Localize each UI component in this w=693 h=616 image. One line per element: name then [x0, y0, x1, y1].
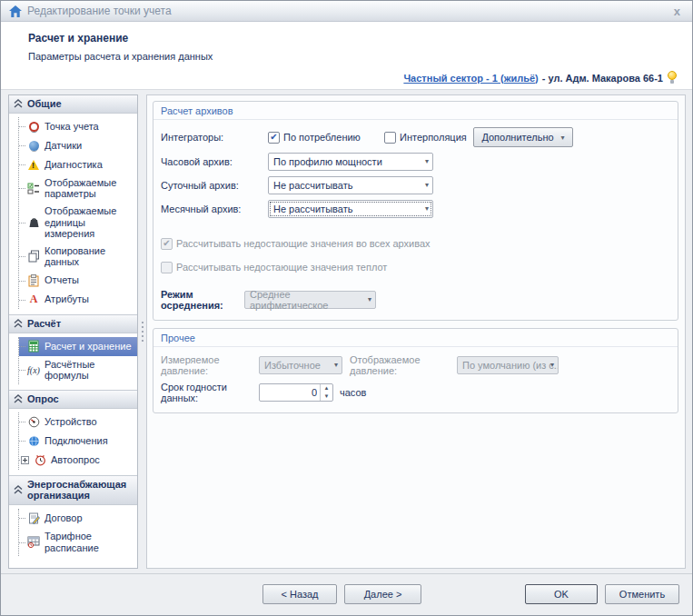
- measured-pressure-select: Избыточное ▾: [259, 356, 342, 374]
- calc-missing-heat-label: Рассчитывать недостающие значения теплот: [176, 262, 387, 273]
- section-label: Энергоснабжающая организация: [27, 479, 133, 502]
- shelf-life-units-label: часов: [340, 387, 366, 398]
- shelf-life-row: Срок годности данных: ▲ ▼ часов: [161, 382, 670, 403]
- sidebar-section-general[interactable]: Общие: [9, 95, 137, 114]
- page-header: Расчет и хранение Параметры расчета и хр…: [1, 22, 692, 90]
- spin-up-icon[interactable]: ▲: [321, 384, 332, 392]
- cancel-button[interactable]: Отменить: [605, 584, 679, 604]
- collapse-chevron-icon: [14, 394, 23, 403]
- sidebar-splitter[interactable]: [138, 94, 146, 569]
- by-consumption-checkbox[interactable]: [268, 132, 280, 144]
- page-subtitle: Параметры расчета и хранения данных: [28, 51, 213, 62]
- title-bar[interactable]: Редактирование точки учета x: [1, 1, 692, 22]
- sidebar-item-metering-point[interactable]: Точка учета: [19, 117, 137, 136]
- chevron-down-icon: ▾: [425, 204, 429, 213]
- shelf-life-input[interactable]: [260, 384, 320, 401]
- monthly-archive-label: Месячный архив:: [161, 204, 268, 214]
- sidebar-item-sensors[interactable]: Датчики: [19, 136, 137, 155]
- calc-missing-heat-row: Рассчитывать недостающие значения теплот: [161, 258, 670, 276]
- copy-data-icon: [26, 250, 41, 263]
- sidebar-item-connections[interactable]: Подключения: [19, 432, 137, 451]
- displayed-pressure-select: По умолчанию (из с... ▾: [457, 356, 559, 374]
- sidebar-item-reports[interactable]: Отчеты: [19, 271, 137, 290]
- hourly-archive-select[interactable]: По профилю мощности ▾: [268, 153, 433, 171]
- monthly-archive-row: Месячный архив: Не рассчитывать ▾: [161, 200, 670, 218]
- group-other-title: Прочее: [153, 329, 678, 347]
- collapse-chevron-icon: [14, 485, 23, 494]
- sidebar-section-calculation[interactable]: Расчёт: [9, 314, 137, 333]
- sidebar-item-display-params[interactable]: Отображаемые параметры: [19, 174, 137, 203]
- ok-button[interactable]: OK: [525, 584, 598, 604]
- by-consumption-checkbox-wrap: По потреблению: [268, 132, 384, 144]
- sidebar-item-display-units[interactable]: Отображаемые единицы измерения: [19, 203, 137, 243]
- display-params-icon: [26, 182, 41, 195]
- hourly-archive-label: Часовой архив:: [161, 156, 268, 167]
- monthly-archive-select[interactable]: Не рассчитывать ▾: [268, 200, 433, 218]
- close-icon[interactable]: x: [670, 5, 684, 18]
- pressure-row: Измеряемое давление: Избыточное ▾ Отобра…: [161, 354, 670, 376]
- dialog-footer: < Назад Далее > OK Отменить: [1, 573, 692, 616]
- chevron-down-icon: ▾: [425, 181, 429, 189]
- expand-plus-icon[interactable]: [21, 456, 29, 464]
- sidebar-item-autopoll[interactable]: Автоопрос: [19, 451, 137, 470]
- interpolation-checkbox[interactable]: [384, 132, 396, 144]
- back-button[interactable]: < Назад: [262, 584, 337, 604]
- metering-point-icon: [26, 120, 41, 134]
- calc-missing-heat-checkbox: [161, 262, 173, 273]
- navigation-sidebar: Общие Точка учета Датчики Диагностика От…: [8, 94, 138, 569]
- contract-icon: [26, 512, 41, 525]
- daily-archive-select[interactable]: Не рассчитывать ▾: [268, 176, 433, 194]
- calc-missing-all-checkbox: [161, 238, 173, 250]
- formulas-icon: f(x): [26, 363, 41, 377]
- home-icon: [9, 5, 22, 17]
- sidebar-section-energy-org[interactable]: Энергоснабжающая организация: [9, 475, 137, 505]
- reports-icon: [26, 273, 41, 287]
- lightbulb-icon: [667, 71, 678, 84]
- additional-button[interactable]: Дополнительно ▾: [473, 127, 573, 147]
- chevron-down-icon: ▾: [550, 361, 554, 369]
- connections-icon: [26, 434, 41, 448]
- object-breadcrumb: Частный сектор - 1 (жильё) - ул. Адм. Ма…: [403, 71, 678, 84]
- shelf-life-label: Срок годности данных:: [161, 382, 259, 403]
- sidebar-item-formulas[interactable]: f(x) Расчётные формулы: [19, 356, 137, 384]
- page-title: Расчет и хранение: [28, 32, 128, 45]
- sidebar-item-copy-data[interactable]: Копирование данных: [19, 243, 137, 271]
- interpolation-checkbox-wrap: Интерполяция: [384, 132, 462, 144]
- collapse-chevron-icon: [14, 99, 23, 108]
- units-icon: [26, 215, 41, 229]
- edit-metering-point-dialog: Редактирование точки учета x Расчет и хр…: [0, 0, 693, 616]
- chevron-down-icon: ▾: [334, 361, 338, 369]
- shelf-life-spinner: ▲ ▼: [259, 383, 333, 402]
- section-label: Общие: [27, 98, 62, 110]
- averaging-row: Режим осреднения: Среднее арифметическое…: [161, 289, 670, 311]
- by-consumption-label: По потреблению: [283, 132, 361, 143]
- interpolation-label: Интерполяция: [400, 132, 467, 143]
- group-other: Прочее Измеряемое давление: Избыточное ▾…: [153, 328, 678, 413]
- sidebar-item-tariff-schedule[interactable]: Тарифное расписание: [19, 528, 137, 556]
- integrators-label: Интеграторы:: [161, 132, 268, 143]
- device-icon: [26, 415, 41, 429]
- sidebar-item-diagnostics[interactable]: Диагностика: [19, 155, 137, 174]
- next-button[interactable]: Далее >: [344, 584, 421, 604]
- sidebar-item-contract[interactable]: Договор: [19, 509, 137, 528]
- group-archives: Расчет архивов Интеграторы: По потреблен…: [153, 101, 678, 321]
- sidebar-item-calc-storage[interactable]: Расчет и хранение: [19, 337, 137, 356]
- section-label: Опрос: [27, 393, 59, 405]
- object-link[interactable]: Частный сектор - 1 (жильё): [403, 73, 538, 84]
- spin-down-icon[interactable]: ▼: [321, 392, 332, 401]
- group-archives-title: Расчет архивов: [153, 102, 678, 120]
- sidebar-section-polling[interactable]: Опрос: [9, 390, 137, 409]
- autopoll-icon: [33, 453, 47, 467]
- calc-missing-all-row: Рассчитывать недостающие значения во все…: [161, 234, 670, 253]
- sidebar-item-device[interactable]: Устройство: [19, 412, 137, 432]
- calc-missing-all-label: Рассчитывать недостающие значения во все…: [176, 238, 431, 249]
- section-label: Расчёт: [27, 318, 61, 330]
- daily-archive-label: Суточный архив:: [161, 180, 268, 191]
- diagnostics-icon: [26, 158, 41, 172]
- integrators-row: Интеграторы: По потреблению Интерполяция…: [161, 127, 670, 147]
- daily-archive-row: Суточный архив: Не рассчитывать ▾: [161, 176, 670, 194]
- measured-pressure-label: Измеряемое давление:: [161, 354, 259, 376]
- collapse-chevron-icon: [14, 319, 23, 328]
- window-title: Редактирование точки учета: [27, 5, 172, 17]
- sidebar-item-attributes[interactable]: A Атрибуты: [19, 290, 137, 309]
